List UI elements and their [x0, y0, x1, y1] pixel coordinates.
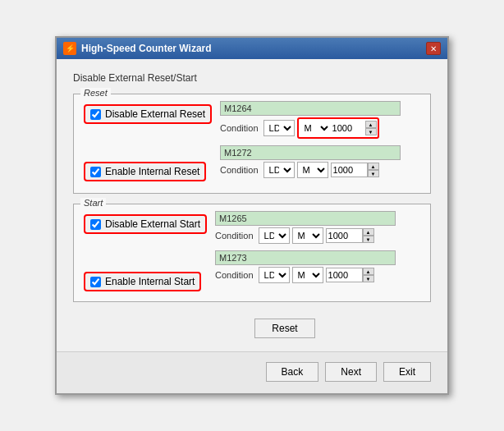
- reset-group: Reset Disable External Reset Enable Inte…: [73, 94, 431, 194]
- enable-internal-reset-checkbox[interactable]: [90, 167, 101, 177]
- reset-condition2-type[interactable]: LDANDOR: [263, 162, 295, 178]
- reset-two-col: Disable External Reset Enable Internal R…: [84, 101, 420, 183]
- start-group-label: Start: [80, 198, 106, 208]
- reset-condition2-value[interactable]: [331, 163, 368, 177]
- start-field1: M1265: [215, 211, 396, 226]
- enable-internal-start-label[interactable]: Enable Internal Start: [84, 272, 201, 291]
- start-two-col: Disable External Start Enable Internal S…: [84, 211, 420, 291]
- start-group: Start Disable External Start Enable Inte…: [73, 204, 431, 302]
- enable-internal-start-text: Enable Internal Start: [105, 276, 195, 287]
- start-condition2-mode[interactable]: MXYD: [292, 267, 323, 283]
- start-condition2-spinner: ▲ ▼: [326, 268, 374, 282]
- reset-condition1-spinner-btns: ▲ ▼: [365, 121, 377, 135]
- main-window: ⚡ High-Speed Counter Wizard ✕ Disable Ex…: [55, 36, 449, 395]
- page-title: Disable External Reset/Start: [73, 72, 431, 84]
- reset-button[interactable]: Reset: [254, 319, 314, 338]
- content-area: Disable External Reset/Start Reset Disab…: [57, 59, 447, 351]
- start-condition2-down[interactable]: ▼: [363, 275, 374, 282]
- reset-condition2-mode[interactable]: MXYD: [297, 162, 328, 178]
- reset-field1: M1264: [220, 101, 401, 116]
- disable-external-reset-label[interactable]: Disable External Reset: [84, 104, 212, 124]
- window-title: High-Speed Counter Wizard: [81, 43, 212, 54]
- start-condition1-value[interactable]: [326, 228, 363, 243]
- reset-condition1-up[interactable]: ▲: [365, 121, 377, 128]
- reset-condition1-spinner-group: MXYD ▲ ▼: [297, 117, 379, 139]
- reset-condition1-label: Condition: [220, 123, 258, 133]
- title-bar-left: ⚡ High-Speed Counter Wizard: [63, 42, 212, 55]
- disable-external-start-checkbox[interactable]: [90, 219, 101, 230]
- reset-condition1-type[interactable]: LDANDOR: [263, 120, 295, 136]
- start-checks-col: Disable External Start Enable Internal S…: [84, 211, 207, 291]
- reset-condition2-spinner: ▲ ▼: [331, 163, 379, 177]
- reset-btn-container: Reset: [73, 312, 431, 338]
- reset-checks-col: Disable External Reset Enable Internal R…: [84, 101, 212, 181]
- reset-condition1-mode[interactable]: MXYD: [300, 120, 331, 136]
- enable-internal-start-checkbox[interactable]: [90, 277, 101, 287]
- enable-internal-reset-text: Enable Internal Reset: [105, 166, 199, 177]
- start-condition2-label: Condition: [215, 270, 253, 280]
- close-button[interactable]: ✕: [426, 42, 441, 55]
- start-condition2-up[interactable]: ▲: [363, 268, 374, 275]
- start-condition1-spinner-btns: ▲ ▼: [363, 228, 374, 243]
- start-condition2-type[interactable]: LDANDOR: [259, 267, 290, 283]
- reset-condition1-row: Condition LDANDOR MXYD ▲ ▼: [220, 117, 420, 139]
- disable-external-reset-checkbox[interactable]: [90, 109, 101, 120]
- start-condition2-row: Condition LDANDOR MXYD ▲ ▼: [215, 267, 420, 283]
- reset-fields-col: M1264 Condition LDANDOR MXYD: [220, 101, 420, 183]
- reset-condition2-row: Condition LDANDOR MXYD ▲ ▼: [220, 162, 420, 178]
- title-bar: ⚡ High-Speed Counter Wizard ✕: [57, 38, 447, 59]
- next-button[interactable]: Next: [325, 362, 377, 382]
- start-condition1-row: Condition LDANDOR MXYD ▲ ▼: [215, 227, 420, 244]
- start-field2: M1273: [215, 250, 396, 265]
- reset-condition2-spinner-btns: ▲ ▼: [368, 163, 379, 177]
- exit-button[interactable]: Exit: [383, 362, 431, 382]
- start-fields-col: M1265 Condition LDANDOR MXYD: [215, 211, 420, 288]
- start-condition2-value[interactable]: [326, 268, 363, 282]
- back-button[interactable]: Back: [266, 362, 319, 382]
- reset-group-label: Reset: [80, 88, 111, 98]
- start-condition1-down[interactable]: ▼: [363, 236, 374, 243]
- enable-internal-reset-label[interactable]: Enable Internal Reset: [84, 162, 206, 181]
- reset-field2: M1272: [220, 145, 401, 160]
- disable-external-start-label[interactable]: Disable External Start: [84, 214, 207, 234]
- reset-condition1-down[interactable]: ▼: [365, 128, 377, 135]
- reset-condition2-up[interactable]: ▲: [368, 163, 379, 170]
- app-icon: ⚡: [63, 42, 76, 55]
- start-condition1-type[interactable]: LDANDOR: [259, 227, 290, 244]
- start-condition1-mode[interactable]: MXYD: [292, 227, 323, 244]
- reset-condition2-label: Condition: [220, 165, 258, 175]
- start-condition1-up[interactable]: ▲: [363, 228, 374, 236]
- footer: Back Next Exit: [57, 351, 447, 393]
- disable-external-start-text: Disable External Start: [105, 218, 200, 230]
- start-condition2-spinner-btns: ▲ ▼: [363, 268, 374, 282]
- start-condition1-spinner: ▲ ▼: [326, 228, 374, 243]
- disable-external-reset-text: Disable External Reset: [105, 108, 205, 120]
- reset-condition2-down[interactable]: ▼: [368, 170, 379, 177]
- reset-condition1-value[interactable]: [331, 121, 365, 135]
- start-condition1-label: Condition: [215, 231, 253, 241]
